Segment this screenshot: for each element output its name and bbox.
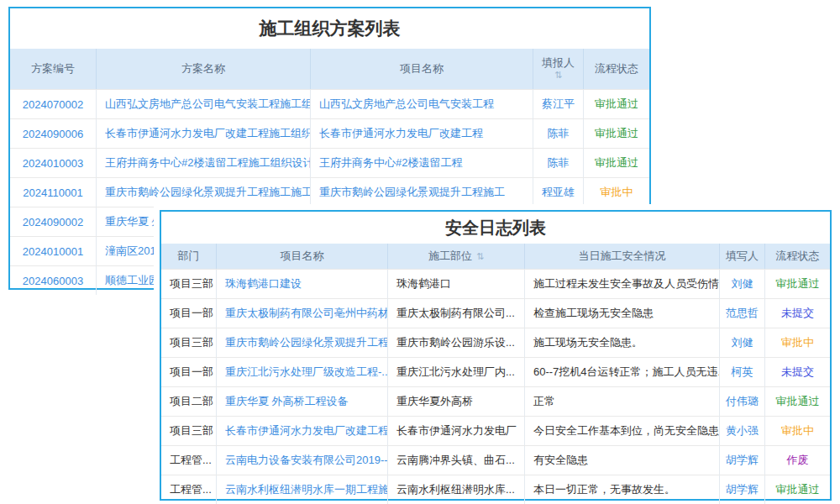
writer-name: 柯英: [720, 358, 765, 386]
sort-icon[interactable]: ⇅: [476, 251, 484, 262]
reporter-name: 陈菲: [533, 119, 584, 148]
log-table-header: 部门 项目名称 施工部位 ⇅ 当日施工安全情况 填写人 流程状态: [161, 244, 830, 269]
project-name-link[interactable]: 云南水利枢纽潜明水库一期工程施...: [217, 475, 388, 504]
location-cell: 重庆市鹅岭公园游乐设...: [388, 328, 525, 357]
status-badge: 审批通过: [584, 90, 649, 118]
table-row[interactable]: 工程管... 云南电力设备安装有限公司2019--... 云南腾冲界头镇、曲石.…: [161, 445, 830, 475]
plan-name-link[interactable]: 重庆市鹅岭公园绿化景观提升工程施工施工组...: [97, 178, 311, 207]
status-badge: 审批通过: [765, 387, 830, 416]
status-badge: 审批通过: [584, 119, 649, 148]
plan-name-link[interactable]: 长春市伊通河水力发电厂改建工程施工组织设计: [97, 119, 311, 148]
plan-name-link[interactable]: 山西弘文房地产总公司电气安装工程施工组织...: [97, 90, 311, 118]
location-cell: 珠海鹤港口: [388, 270, 525, 298]
location-cell: 云南水利枢纽潜明水库...: [388, 475, 525, 504]
col-header-status: 流程状态: [765, 244, 830, 269]
table-row[interactable]: 项目二部 重庆华夏 外高桥工程设备 重庆华夏外高桥 正常 付伟璐 审批通过: [161, 386, 830, 416]
location-cell: 云南腾冲界头镇、曲石...: [388, 446, 525, 475]
status-badge: 审批中: [765, 328, 830, 357]
col-header-reporter[interactable]: 填报人 ⇅: [533, 49, 584, 89]
status-badge: 未提交: [765, 299, 830, 328]
project-name-link[interactable]: 重庆江北污水处理厂级改造工程-...: [217, 358, 388, 386]
safety-log-title: 安全日志列表: [161, 212, 830, 244]
department-cell: 项目三部: [161, 270, 217, 298]
situation-cell: 60--7挖机4台运转正常；施工人员无违...: [525, 358, 720, 386]
table-row[interactable]: 2024090006 长春市伊通河水力发电厂改建工程施工组织设计 长春市伊通河水…: [10, 118, 649, 148]
reporter-name: 蔡江平: [533, 90, 584, 118]
location-cell: 重庆江北污水处理厂内...: [388, 358, 525, 386]
department-cell: 项目一部: [161, 299, 217, 328]
project-name-link[interactable]: 重庆太极制药有限公司亳州中药材...: [217, 299, 388, 328]
department-cell: 项目二部: [161, 387, 217, 416]
col-header-project-name: 项目名称: [311, 49, 533, 89]
situation-cell: 有安全隐患: [525, 446, 720, 475]
table-row[interactable]: 工程管... 云南水利枢纽潜明水库一期工程施... 云南水利枢纽潜明水库... …: [161, 475, 830, 504]
plan-code[interactable]: 2024090006: [10, 119, 97, 148]
writer-name: 胡学辉: [720, 446, 765, 475]
table-row[interactable]: 项目一部 重庆江北污水处理厂级改造工程-... 重庆江北污水处理厂内... 60…: [161, 357, 830, 386]
table-row[interactable]: 项目三部 重庆市鹅岭公园绿化景观提升工程... 重庆市鹅岭公园游乐设... 施工…: [161, 328, 830, 357]
table-row[interactable]: 项目一部 重庆太极制药有限公司亳州中药材... 重庆太极制药有限公司... 检查…: [161, 298, 830, 328]
sort-icon[interactable]: ⇅: [554, 70, 562, 81]
writer-name: 黄小强: [720, 417, 765, 445]
status-badge: 审批通过: [584, 149, 649, 177]
writer-name: 刘健: [720, 328, 765, 357]
project-name-link[interactable]: 长春市伊通河水力发电厂改建工程: [217, 417, 388, 445]
department-cell: 项目一部: [161, 358, 217, 386]
department-cell: 工程管...: [161, 475, 217, 504]
reporter-name: 程亚雄: [533, 178, 584, 207]
department-cell: 工程管...: [161, 446, 217, 475]
safety-log-window: 安全日志列表 部门 项目名称 施工部位 ⇅ 当日施工安全情况 填写人 流程状态 …: [160, 210, 832, 501]
writer-name: 刘健: [720, 270, 765, 298]
plan-table-header: 方案编号 方案名称 项目名称 填报人 ⇅ 流程状态: [10, 49, 649, 89]
project-name-link[interactable]: 长春市伊通河水力发电厂改建工程: [311, 119, 533, 148]
status-badge: 审批通过: [765, 475, 830, 504]
col-header-project-name: 项目名称: [217, 244, 388, 269]
col-header-situation: 当日施工安全情况: [525, 244, 720, 269]
project-name-link[interactable]: 云南电力设备安装有限公司2019--...: [217, 446, 388, 475]
plan-name-link[interactable]: 王府井商务中心#2楼遗留工程施工组织设计: [97, 149, 311, 177]
col-header-writer: 填写人: [720, 244, 765, 269]
status-badge: 审批中: [765, 417, 830, 445]
table-row[interactable]: 项目三部 长春市伊通河水力发电厂改建工程 长春市伊通河水力发电厂 今日安全工作基…: [161, 416, 830, 445]
plan-list-title: 施工组织方案列表: [10, 8, 649, 49]
plan-code[interactable]: 2024090002: [10, 207, 97, 236]
col-header-department: 部门: [161, 244, 217, 269]
department-cell: 项目三部: [161, 328, 217, 357]
location-cell: 重庆华夏外高桥: [388, 387, 525, 416]
department-cell: 项目三部: [161, 417, 217, 445]
reporter-name: 陈菲: [533, 149, 584, 177]
status-badge: 审批通过: [765, 270, 830, 298]
table-row[interactable]: 项目三部 珠海鹤港口建设 珠海鹤港口 施工过程未发生安全事故及人员受伤情况 刘健…: [161, 269, 830, 298]
plan-code[interactable]: 2024010003: [10, 149, 97, 177]
plan-code[interactable]: 2024010001: [10, 237, 97, 265]
project-name-link[interactable]: 珠海鹤港口建设: [217, 270, 388, 298]
situation-cell: 检查施工现场无安全隐患: [525, 299, 720, 328]
col-header-reporter-label: 填报人: [542, 57, 575, 70]
project-name-link[interactable]: 重庆市鹅岭公园绿化景观提升工程...: [217, 328, 388, 357]
col-header-location-label: 施工部位: [428, 249, 472, 264]
table-row[interactable]: 2024010003 王府井商务中心#2楼遗留工程施工组织设计 王府井商务中心#…: [10, 148, 649, 177]
project-name-link[interactable]: 重庆华夏 外高桥工程设备: [217, 387, 388, 416]
status-badge: 未提交: [765, 358, 830, 386]
situation-cell: 本日一切正常，无事故发生。: [525, 475, 720, 504]
project-name-link[interactable]: 重庆市鹅岭公园绿化景观提升工程施工: [311, 178, 533, 207]
writer-name: 胡学辉: [720, 475, 765, 504]
writer-name: 付伟璐: [720, 387, 765, 416]
location-cell: 长春市伊通河水力发电厂: [388, 417, 525, 445]
project-name-link[interactable]: 山西弘文房地产总公司电气安装工程: [311, 90, 533, 118]
situation-cell: 施工过程未发生安全事故及人员受伤情况: [525, 270, 720, 298]
situation-cell: 正常: [525, 387, 720, 416]
col-header-status: 流程状态: [584, 49, 649, 89]
plan-code[interactable]: 2024070002: [10, 90, 97, 118]
table-row[interactable]: 2024110001 重庆市鹅岭公园绿化景观提升工程施工施工组... 重庆市鹅岭…: [10, 177, 649, 207]
col-header-location[interactable]: 施工部位 ⇅: [388, 244, 525, 269]
status-badge: 作废: [765, 446, 830, 475]
project-name-link[interactable]: 王府井商务中心#2楼遗留工程: [311, 149, 533, 177]
table-row[interactable]: 2024070002 山西弘文房地产总公司电气安装工程施工组织... 山西弘文房…: [10, 89, 649, 118]
situation-cell: 今日安全工作基本到位，尚无安全隐患...: [525, 417, 720, 445]
plan-code[interactable]: 2024060003: [10, 266, 97, 295]
col-header-plan-code: 方案编号: [10, 49, 97, 89]
col-header-plan-name: 方案名称: [97, 49, 311, 89]
plan-code[interactable]: 2024110001: [10, 178, 97, 207]
situation-cell: 施工现场无安全隐患。: [525, 328, 720, 357]
